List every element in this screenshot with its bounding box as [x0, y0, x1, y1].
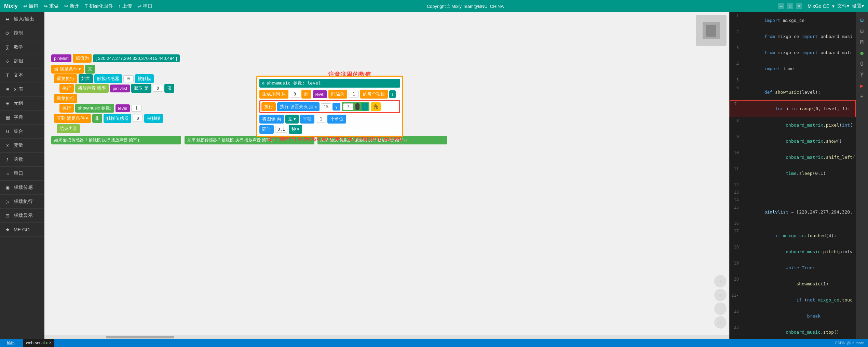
dir-block[interactable]: 左 ▾ — [285, 115, 299, 124]
i-var-block[interactable]: i — [389, 90, 396, 98]
pinlvlist-var-block[interactable]: pinlvlist — [51, 54, 71, 62]
sidebar-item-text[interactable]: T 文本 — [0, 68, 44, 82]
sidebar-item-math-label: 数学 — [14, 44, 23, 50]
right-icon-1[interactable]: ⊞ — [857, 15, 867, 25]
from-input[interactable]: 0 — [290, 91, 300, 98]
horizontal-scrollbar[interactable] — [44, 335, 729, 339]
x-input[interactable]: 15 — [321, 103, 331, 110]
upload-btn[interactable]: ↑ 上传 — [119, 3, 132, 9]
minus-block[interactable]: - — [355, 103, 360, 110]
sidebar-item-board-sensor[interactable]: ◉ 板载传感 — [0, 181, 44, 195]
touch-sensor-block2[interactable]: 触摸传感器 — [104, 114, 131, 123]
right-icon-4[interactable]: ● — [857, 48, 867, 57]
sidebar-item-dict[interactable]: ▦ 字典 — [0, 111, 44, 125]
y-calc-block[interactable]: 7 - i — [342, 102, 369, 111]
right-icon-2[interactable]: ⊟ — [857, 26, 867, 36]
serial-btn[interactable]: ⇌ 串口 — [137, 3, 152, 9]
scrollbar-thumb[interactable] — [106, 336, 174, 338]
touched-block[interactable]: 被触模 — [135, 74, 154, 83]
right-icon-7[interactable]: ▶ — [857, 81, 867, 90]
block-workspace[interactable]: pinlvlist 赋值为 [ 220,247,277,294,320,370,… — [44, 12, 729, 339]
bright-block[interactable]: 亮 — [371, 102, 381, 111]
popup-block-overlay[interactable]: ⚙ showmusic 参数: level 生成序列 从 0 到 level — [256, 76, 403, 137]
window-maximize[interactable]: □ — [787, 3, 793, 9]
disconnect-btn[interactable]: ✂ 断开 — [64, 3, 79, 9]
i-var-block2[interactable]: i — [362, 103, 368, 111]
web-serial-tab[interactable]: web-serial ● × — [23, 339, 54, 347]
to-level-block[interactable]: level — [313, 90, 327, 98]
y-num-input[interactable]: 7 — [343, 103, 353, 110]
list-values-block[interactable]: [ 220,247,277,294,320,370,415,440,494 ] — [93, 54, 180, 62]
item-num-input[interactable]: 0 — [153, 85, 163, 92]
delay-val-input[interactable]: 0.1 — [275, 126, 287, 133]
sidebar-item-set[interactable]: ∪ 集合 — [0, 125, 44, 139]
nav-target-btn[interactable]: ⊙ — [714, 275, 727, 287]
get-item-block[interactable]: 获取 第 — [131, 84, 151, 93]
not-block[interactable]: 非 — [92, 114, 102, 123]
undo-btn[interactable]: ↩ 撤销 — [23, 3, 38, 9]
when-condition[interactable]: 当 满足条件 ▾ — [51, 65, 84, 74]
sidebar-item-control[interactable]: ⟳ 控制 — [0, 26, 44, 40]
zoom-out-btn[interactable]: − — [714, 303, 727, 315]
sidebar-item-io[interactable]: ⬌ 输入/输出 — [0, 12, 44, 26]
true-block[interactable]: 真 — [85, 65, 95, 74]
repeat-exec-block[interactable]: 重复执行 — [54, 74, 77, 83]
level-param-block[interactable]: level — [116, 104, 130, 112]
sidebar-item-board-exec[interactable]: ▷ 板载执行 — [0, 195, 44, 209]
exec-block2[interactable]: 执行 — [59, 104, 74, 113]
delay-block[interactable]: 延时 — [259, 125, 274, 134]
settings-menu[interactable]: 设置▾ — [852, 3, 864, 9]
window-close[interactable]: ✕ — [796, 3, 802, 9]
right-icon-5[interactable]: O — [857, 59, 867, 68]
right-icon-add[interactable]: + — [857, 92, 867, 101]
shift-image-block[interactable]: 将图像 向 — [259, 115, 284, 124]
nav-tools: ⊙ + − 🗑 — [714, 275, 727, 329]
level-num-input[interactable]: 1 — [131, 105, 141, 112]
exec-row2[interactable]: 执行 — [261, 102, 276, 111]
sidebar-item-tuple[interactable]: ⊞ 元组 — [0, 97, 44, 111]
init-firmware-btn[interactable]: T 初始化固件 — [85, 3, 113, 9]
touch-num-input[interactable]: 0 — [123, 75, 134, 82]
assign-block[interactable]: 赋值为 — [73, 54, 92, 63]
sidebar-item-variable[interactable]: x 变量 — [0, 139, 44, 153]
sidebar-item-list[interactable]: ≡ 列表 — [0, 82, 44, 97]
code-line-13: 13 — [730, 189, 856, 196]
delete-btn[interactable]: 🗑 — [714, 316, 727, 329]
if-block[interactable]: 如果 — [79, 74, 93, 83]
move-num-input[interactable]: 1 — [316, 116, 326, 123]
sidebar-item-logic[interactable]: ◊ 逻辑 — [0, 54, 44, 68]
foreach-label[interactable]: 生成序列 从 — [259, 90, 288, 99]
pinlvlist-block2[interactable]: pinlvlist — [110, 85, 130, 92]
sidebar-item-function[interactable]: ƒ 函数 — [0, 153, 44, 167]
until-block[interactable]: 直到 满足条件 ▾ — [54, 114, 91, 123]
play-sound-block[interactable]: 播放声音 频率 — [75, 84, 109, 93]
popup-title-label: showmusic 参数: level — [267, 80, 321, 86]
sidebar-item-serial[interactable]: ≈ 串口 — [0, 167, 44, 181]
touched-block2[interactable]: 被触模 — [144, 114, 163, 123]
showmusic-block[interactable]: showmusic 参数: — [75, 104, 114, 113]
touch-sensor-block[interactable]: 触摸传感器 — [94, 74, 122, 83]
sidebar-item-board-display[interactable]: ⊡ 板载显示 — [0, 209, 44, 223]
code-line-20: 20 showmusic(1) — [730, 276, 856, 292]
delay-unit-block[interactable]: 秒 ▾ — [289, 125, 302, 134]
sidebar-item-math[interactable]: ∑ 数学 — [0, 40, 44, 54]
right-icon-6[interactable]: Y — [857, 70, 867, 79]
file-menu[interactable]: 文件▾ — [837, 3, 849, 9]
popup-row3: 将图像 向 左 ▾ 平移 1 个单位 — [259, 115, 400, 124]
end-sound-block[interactable]: 结束声音 — [57, 124, 80, 133]
repeat-exec-block2[interactable]: 重复执行 — [54, 94, 77, 103]
if-touch1-block[interactable]: 如果 触摸传感器 1 被触模 执行 播放声音 频率 p... — [51, 136, 181, 144]
exec-block[interactable]: 执行 — [59, 84, 74, 93]
tab-close-btn[interactable]: × — [49, 340, 52, 345]
touch-num-input2[interactable]: 0 — [133, 115, 143, 122]
right-icon-3[interactable]: M — [857, 37, 867, 47]
sidebar-item-mego[interactable]: ★ ME GO — [0, 223, 44, 237]
set-pixel-block[interactable]: 执行 设置亮灭 点 x — [277, 102, 320, 111]
step-input[interactable]: 1 — [349, 91, 359, 98]
redo-btn[interactable]: ↪ 重做 — [44, 3, 59, 9]
sidebar-item-list-label: 列表 — [14, 86, 23, 92]
window-minimize[interactable]: — — [778, 3, 784, 9]
zoom-in-btn[interactable]: + — [714, 289, 727, 301]
item-label-block[interactable]: 项 — [164, 84, 174, 93]
output-tab[interactable]: 输出 — [4, 339, 18, 347]
